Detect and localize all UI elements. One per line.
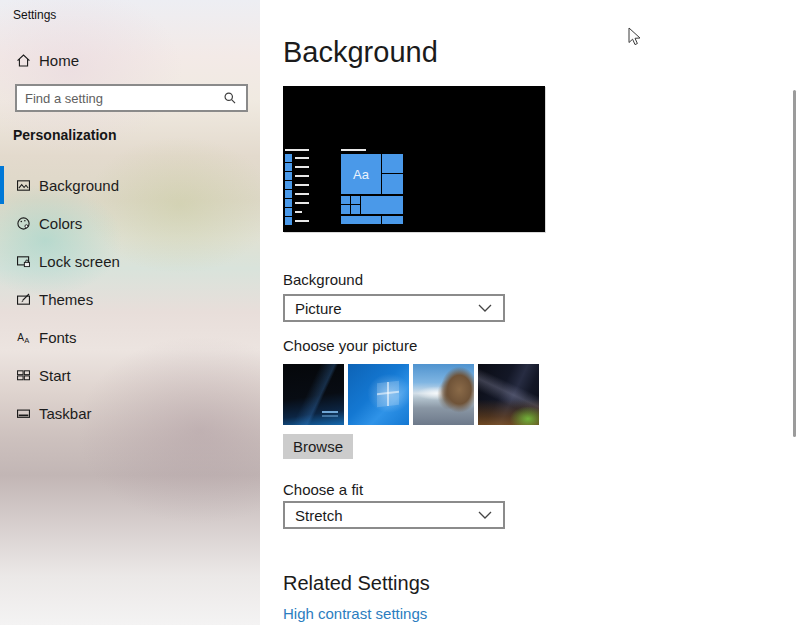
sidebar-item-fonts[interactable]: A A Fonts [0, 318, 260, 356]
thumbnail-dark-abstract-wallpaper[interactable] [283, 364, 344, 425]
sidebar-item-home[interactable]: Home [0, 46, 260, 74]
lock-screen-icon [15, 253, 32, 270]
sidebar-item-label: Taskbar [39, 405, 92, 422]
palette-icon [15, 215, 32, 232]
picture-icon [15, 177, 32, 194]
settings-window: Settings Home Personalization Backgroun [0, 0, 800, 625]
chevron-down-icon [478, 304, 492, 312]
choose-picture-label: Choose your picture [283, 337, 417, 354]
thumbnail-beach-rock-wallpaper[interactable] [413, 364, 474, 425]
sidebar-item-label: Themes [39, 291, 93, 308]
search-input[interactable] [17, 91, 220, 106]
sidebar-item-colors[interactable]: Colors [0, 204, 260, 242]
background-label: Background [283, 271, 363, 288]
sidebar-item-taskbar[interactable]: Taskbar [0, 394, 260, 432]
high-contrast-settings-link[interactable]: High contrast settings [283, 605, 427, 622]
start-icon [15, 367, 32, 384]
page-title: Background [283, 36, 438, 69]
svg-text:A: A [24, 335, 30, 344]
sidebar-item-label: Start [39, 367, 71, 384]
thumbnail-windows-default-wallpaper[interactable] [348, 364, 409, 425]
main-content: Background Aa Backgro [260, 0, 800, 625]
section-header: Personalization [13, 127, 116, 143]
sidebar: Settings Home Personalization Backgroun [0, 0, 260, 625]
fit-dropdown[interactable]: Stretch [283, 501, 505, 529]
browse-button[interactable]: Browse [283, 434, 353, 459]
sidebar-item-label: Fonts [39, 329, 77, 346]
background-preview: Aa [283, 86, 545, 232]
fonts-icon: A A [15, 329, 32, 346]
app-title: Settings [13, 8, 56, 22]
dropdown-value: Stretch [295, 507, 478, 524]
sidebar-item-themes[interactable]: Themes [0, 280, 260, 318]
sidebar-item-background[interactable]: Background [0, 166, 260, 204]
sidebar-item-start[interactable]: Start [0, 356, 260, 394]
background-type-dropdown[interactable]: Picture [283, 294, 505, 322]
home-icon [15, 52, 32, 69]
themes-icon [15, 291, 32, 308]
chevron-down-icon [478, 511, 492, 519]
preview-tile-aa: Aa [341, 154, 381, 194]
dropdown-value: Picture [295, 300, 478, 317]
search-icon [220, 89, 240, 107]
sidebar-item-label: Colors [39, 215, 82, 232]
sidebar-item-lock-screen[interactable]: Lock screen [0, 242, 260, 280]
taskbar-icon [15, 405, 32, 422]
svg-text:A: A [17, 331, 24, 342]
thumbnail-night-sky-wallpaper[interactable] [478, 364, 539, 425]
scrollbar-thumb[interactable] [793, 90, 796, 437]
related-settings-heading: Related Settings [283, 572, 430, 595]
sidebar-item-label: Home [39, 52, 79, 69]
choose-fit-label: Choose a fit [283, 481, 363, 498]
selected-accent-bar [0, 166, 4, 204]
mouse-cursor [628, 27, 641, 46]
sidebar-item-label: Lock screen [39, 253, 120, 270]
sidebar-item-label: Background [39, 177, 119, 194]
picture-thumbnails [283, 364, 539, 425]
search-box[interactable] [15, 84, 248, 112]
